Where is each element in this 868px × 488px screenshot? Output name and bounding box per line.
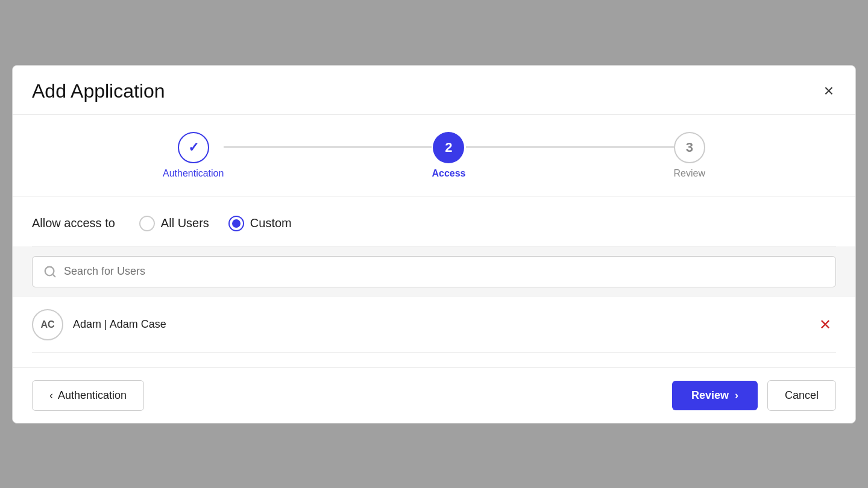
back-button[interactable]: ‹ Authentication xyxy=(32,380,144,411)
remove-user-button[interactable]: ✕ xyxy=(814,315,836,334)
search-section xyxy=(13,246,855,297)
step-number-review: 3 xyxy=(686,140,693,155)
step-authentication: ✓ Authentication xyxy=(163,132,224,179)
search-icon xyxy=(43,265,57,278)
step-number-access: 2 xyxy=(445,140,452,155)
svg-line-1 xyxy=(52,274,55,277)
modal-title: Add Application xyxy=(32,80,165,102)
footer-right: Review › Cancel xyxy=(672,380,836,411)
modal-footer: ‹ Authentication Review › Cancel xyxy=(13,368,855,423)
table-row: AC Adam | Adam Case ✕ xyxy=(32,297,836,353)
radio-label-all-users: All Users xyxy=(161,216,209,230)
back-label: Authentication xyxy=(58,389,127,402)
close-button[interactable]: × xyxy=(822,80,836,102)
access-label: Allow access to xyxy=(32,216,115,230)
step-connector-1 xyxy=(224,146,432,148)
user-name: Adam | Adam Case xyxy=(73,318,166,331)
step-label-access: Access xyxy=(432,168,465,179)
step-circle-access: 2 xyxy=(433,132,464,163)
stepper: ✓ Authentication 2 Access 3 xyxy=(163,132,705,179)
search-box xyxy=(32,256,836,287)
step-review: 3 Review xyxy=(674,132,705,179)
chevron-right-icon: › xyxy=(735,389,738,402)
access-row: Allow access to All Users Custom xyxy=(32,216,836,246)
checkmark-icon: ✓ xyxy=(188,140,199,155)
stepper-section: ✓ Authentication 2 Access 3 xyxy=(13,115,855,196)
step-connector-2 xyxy=(466,146,674,148)
step-label-review: Review xyxy=(674,168,705,179)
radio-inner-custom xyxy=(232,219,241,228)
radio-outer-custom xyxy=(228,216,244,231)
review-label: Review xyxy=(691,389,729,402)
chevron-left-icon: ‹ xyxy=(49,389,53,402)
radio-group: All Users Custom xyxy=(139,216,292,231)
cancel-button[interactable]: Cancel xyxy=(767,380,836,411)
modal-content: Allow access to All Users Custom xyxy=(13,196,855,353)
radio-all-users[interactable]: All Users xyxy=(139,216,209,231)
radio-label-custom: Custom xyxy=(250,216,292,230)
radio-outer-all-users xyxy=(139,216,155,231)
modal-overlay: Add Application × ✓ Authentication 2 xyxy=(0,0,868,488)
user-left: AC Adam | Adam Case xyxy=(32,309,166,340)
step-label-authentication: Authentication xyxy=(163,168,224,179)
radio-custom[interactable]: Custom xyxy=(228,216,292,231)
step-circle-review: 3 xyxy=(674,132,705,163)
step-circle-authentication: ✓ xyxy=(178,132,209,163)
avatar: AC xyxy=(32,309,63,340)
user-list: AC Adam | Adam Case ✕ xyxy=(32,297,836,353)
modal: Add Application × ✓ Authentication 2 xyxy=(12,65,856,424)
review-button[interactable]: Review › xyxy=(672,381,758,410)
modal-header: Add Application × xyxy=(13,66,855,115)
step-access: 2 Access xyxy=(432,132,465,179)
search-input[interactable] xyxy=(64,265,825,278)
